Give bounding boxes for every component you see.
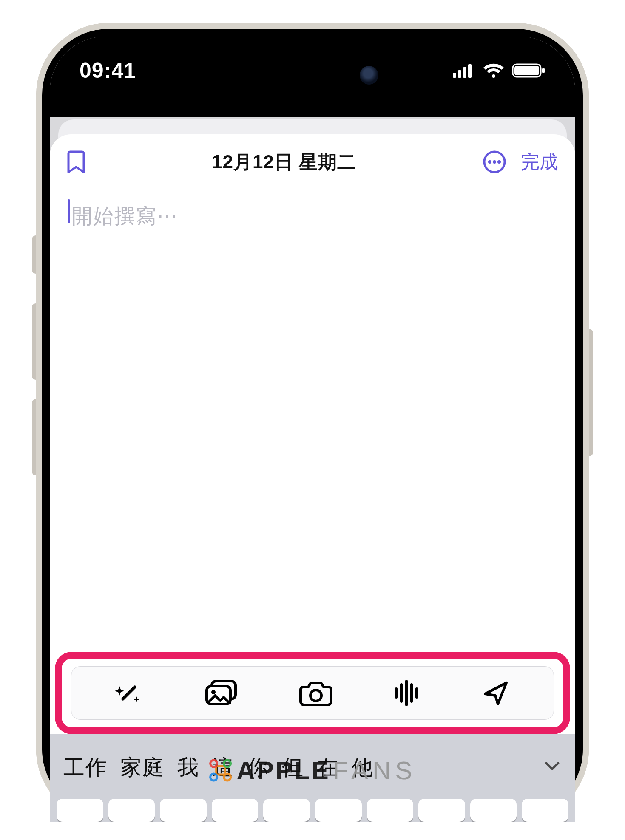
- keyboard-key[interactable]: [212, 799, 259, 822]
- entry-date-title: 12月12日 星期二: [85, 150, 483, 175]
- keyboard-key[interactable]: [470, 799, 517, 822]
- svg-rect-3: [468, 64, 472, 78]
- keyboard-prediction-bar: 工作 家庭 我 這 你 但 在 他: [54, 744, 571, 791]
- prediction-word[interactable]: 家庭: [120, 753, 165, 782]
- keyboard-key[interactable]: [522, 799, 568, 822]
- dynamic-island: [234, 52, 391, 99]
- audio-wave-icon: [393, 678, 422, 708]
- location-arrow-icon: [481, 678, 511, 708]
- svg-point-10: [497, 160, 501, 164]
- svg-point-13: [211, 690, 216, 694]
- keyboard-key[interactable]: [57, 799, 103, 822]
- keyboard-key[interactable]: [108, 799, 155, 822]
- photo-library-button[interactable]: [203, 678, 239, 708]
- prediction-word[interactable]: 但: [282, 753, 304, 782]
- svg-rect-5: [514, 66, 539, 75]
- toolbar-highlight: [55, 652, 570, 734]
- svg-point-14: [310, 690, 321, 701]
- done-button[interactable]: 完成: [521, 150, 558, 175]
- keyboard-key[interactable]: [263, 799, 310, 822]
- chevron-down-icon: [543, 756, 562, 775]
- entry-sheet: 12月12日 星期二 完成 開始撰寫⋯: [50, 134, 575, 822]
- svg-rect-1: [458, 70, 461, 78]
- svg-rect-0: [453, 73, 456, 78]
- keyboard-key[interactable]: [367, 799, 414, 822]
- entry-editor[interactable]: 開始撰寫⋯: [50, 183, 575, 652]
- wifi-icon: [483, 62, 505, 79]
- prediction-word[interactable]: 我: [177, 753, 199, 782]
- photo-library-icon: [203, 678, 239, 708]
- prediction-word[interactable]: 他: [352, 753, 374, 782]
- keyboard-key[interactable]: [418, 799, 465, 822]
- keyboard-key[interactable]: [315, 799, 362, 822]
- status-time: 09:41: [80, 58, 136, 83]
- prediction-word[interactable]: 工作: [63, 753, 108, 782]
- text-cursor: [68, 199, 70, 223]
- prediction-word[interactable]: 在: [317, 753, 339, 782]
- keyboard[interactable]: 工作 家庭 我 這 你 但 在 他: [50, 734, 575, 822]
- prediction-word[interactable]: 你: [247, 753, 269, 782]
- prediction-word[interactable]: 這: [212, 753, 234, 782]
- entry-header: 12月12日 星期二 完成: [50, 134, 575, 183]
- editor-placeholder: 開始撰寫⋯: [67, 203, 558, 230]
- svg-point-9: [493, 160, 496, 164]
- prediction-expand-button[interactable]: [543, 755, 562, 780]
- svg-rect-2: [463, 67, 466, 78]
- magic-wand-button[interactable]: [114, 678, 144, 708]
- svg-rect-6: [542, 68, 545, 73]
- attachment-toolbar: [71, 666, 554, 720]
- bookmark-button[interactable]: [67, 150, 85, 174]
- location-button[interactable]: [481, 678, 511, 708]
- phone-frame: 09:41: [36, 23, 589, 822]
- camera-icon: [298, 678, 334, 708]
- more-options-button[interactable]: [483, 150, 506, 174]
- svg-point-8: [488, 160, 491, 164]
- keyboard-key[interactable]: [160, 799, 207, 822]
- keyboard-keys-row: [54, 799, 571, 822]
- magic-wand-icon: [114, 678, 144, 708]
- cellular-icon: [453, 63, 475, 78]
- camera-button[interactable]: [298, 678, 334, 708]
- battery-icon: [512, 63, 545, 78]
- audio-record-button[interactable]: [393, 678, 422, 708]
- front-camera: [360, 66, 378, 85]
